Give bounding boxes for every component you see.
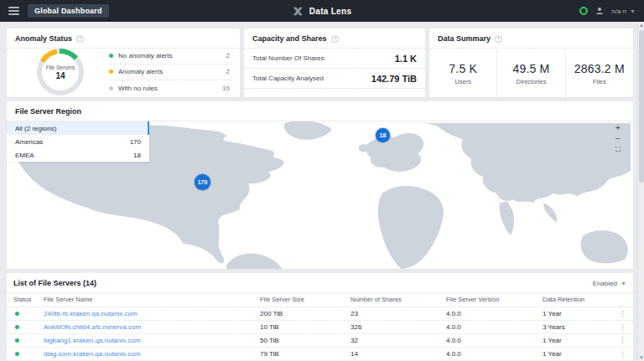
nutanix-logo-icon [293,6,304,17]
server-name-link[interactable]: 240tb-fs.kraken.qa.nutanix.com [44,310,260,317]
server-name-link[interactable]: bigbang1.kraken.qa.nutanix.com [44,337,260,344]
legend-item-anomaly: Anomaly alerts 2 [109,64,231,80]
col-size: File Server Size [260,296,351,303]
region-row-emea[interactable]: EMEA 18 [7,148,149,162]
map-marker-americas[interactable]: 170 [195,174,210,190]
green-dot-icon [109,54,113,58]
map-fullscreen-button[interactable]: ⛶ [613,145,623,154]
capacity-shares-card: Capacity and Shares ? Total Number Of Sh… [244,28,425,97]
col-retention: Data Retention [543,296,613,303]
row-actions-menu-icon[interactable]: ⋮ [613,336,626,344]
anomaly-status-card: Anomaly Status ? File Servers 14 No anom… [7,28,240,97]
col-shares: Number of Shares [351,296,446,303]
file-server-region-card: File Server Region Al [7,101,633,269]
chevron-down-icon: ▼ [621,281,626,286]
scrollbar-thumb[interactable] [639,30,644,183]
capacity-card-title: Capacity and Shares [252,34,327,43]
status-ok-icon [15,352,19,356]
region-card-title: File Server Region [15,107,81,116]
region-row-americas[interactable]: Americas 170 [7,135,149,148]
anomaly-card-title: Anomaly Status [15,34,72,43]
global-dashboard-badge[interactable]: Global Dashboard [28,4,109,18]
table-row: bigbang1.kraken.qa.nutanix.com 50 TiB 32… [7,334,633,348]
row-actions-menu-icon[interactable]: ⋮ [613,350,626,358]
donut-label: File Servers [46,64,75,70]
total-capacity-value: 142.79 TiB [371,74,417,84]
col-version: File Server Version [446,296,543,303]
map-marker-emea[interactable]: 18 [376,128,390,142]
dashboard-content: Anomaly Status ? File Servers 14 No anom… [0,22,633,361]
region-filter-all[interactable]: All (2 regions) [7,121,149,135]
total-capacity-row: Total Capacity Analysed 142.79 TiB [244,69,425,89]
region-filter-list: All (2 regions) Americas 170 EMEA 18 [7,121,149,162]
user-menu[interactable]: n/a n ▼ [611,8,636,15]
map-zoom-in-button[interactable]: + [613,123,623,132]
table-header-row: Status File Server Name File Server Size… [7,293,633,307]
user-icon [595,7,604,15]
row-actions-menu-icon[interactable]: ⋮ [613,322,626,331]
help-icon[interactable]: ? [76,35,84,43]
total-shares-value: 1.1 K [395,54,417,64]
server-name-link[interactable]: AnkitION.child4.afs.minerva.com [44,323,260,331]
table-row: AnkitION.child4.afs.minerva.com 10 TiB 3… [7,321,633,334]
donut-value: 14 [55,71,65,80]
enabled-filter-dropdown[interactable]: Enabled ▼ [593,280,626,287]
user-name: n/a n [611,8,626,15]
health-status-icon[interactable] [579,7,588,15]
topbar: Global Dashboard Data Lens n/a n ▼ [0,0,644,22]
stat-files: 2863.2 M Files [566,50,633,97]
menu-icon[interactable] [8,7,19,15]
total-shares-row: Total Number Of Shares 1.1 K [244,49,425,69]
status-ok-icon [15,325,19,329]
list-title: List of File Servers (14) [13,279,96,287]
scroll-up-icon[interactable]: ▲ [638,23,644,28]
legend-item-no-anomaly: No anomaly alerts 2 [109,49,231,64]
legend-item-no-rules: With no rules 10 [109,80,231,96]
file-servers-list-card: List of File Servers (14) Enabled ▼ Stat… [7,273,633,361]
table-row: diag-som.kraken.qa.nutanix.com 79 TiB 14… [7,348,633,361]
help-icon[interactable]: ? [331,35,339,43]
app-header: Data Lens [293,0,352,22]
map-zoom-out-button[interactable]: − [613,134,623,143]
app-title: Data Lens [309,7,352,16]
yellow-dot-icon [109,70,113,74]
status-ok-icon [15,312,19,316]
summary-card-title: Data Summary [438,34,491,43]
gray-dot-icon [109,86,113,90]
data-summary-card: Data Summary ? 7.5 K Users 49.5 M Direct… [429,28,633,97]
scroll-down-icon[interactable]: ▼ [638,355,644,360]
stat-users: 7.5 K Users [429,50,497,97]
help-icon[interactable]: ? [495,35,502,43]
status-ok-icon [15,338,19,343]
stat-directories: 49.5 M Directories [497,50,565,97]
table-row: 240tb-fs.kraken.qa.nutanix.com 200 TiB 2… [7,307,633,321]
col-name: File Server Name [44,296,260,303]
chevron-down-icon: ▼ [630,8,636,14]
col-status: Status [13,296,44,303]
file-servers-donut-chart: File Servers 14 [37,49,84,95]
server-name-link[interactable]: diag-som.kraken.qa.nutanix.com [44,350,260,358]
page-scrollbar[interactable]: ▲ ▼ [637,22,644,361]
world-map[interactable]: All (2 regions) Americas 170 EMEA 18 170… [7,121,633,269]
row-actions-menu-icon[interactable]: ⋮ [613,309,626,317]
